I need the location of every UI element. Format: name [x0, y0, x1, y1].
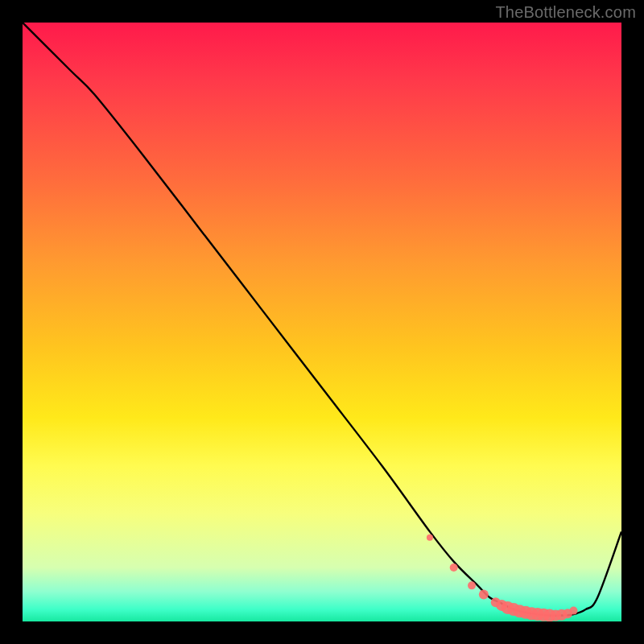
marker-dot	[468, 581, 476, 589]
bottleneck-curve	[23, 23, 621, 616]
marker-dot	[450, 564, 458, 572]
chart-frame: TheBottleneck.com	[0, 0, 644, 644]
marker-dot	[479, 590, 489, 600]
markers-group	[427, 535, 578, 621]
marker-dot	[427, 535, 433, 541]
curve-group	[23, 23, 621, 616]
plot-area	[23, 23, 621, 621]
marker-dot	[569, 607, 577, 615]
curve-svg	[23, 23, 621, 621]
watermark-text: TheBottleneck.com	[495, 3, 636, 22]
